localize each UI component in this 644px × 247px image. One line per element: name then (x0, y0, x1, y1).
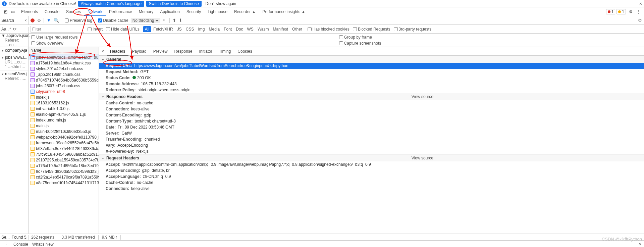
filter-input[interactable] (31, 26, 84, 33)
request-row[interactable]: d78457107465b4b85a6536b5559dbf8650 (29, 77, 99, 83)
blocked-requests-checkbox[interactable]: Blocked Requests (353, 27, 390, 32)
close-search-icon[interactable]: × (24, 18, 27, 23)
filter-type-img[interactable]: Img (196, 26, 207, 32)
request-row[interactable]: a8a75eebcc1f01fc7454442131f7131a987. (29, 180, 99, 186)
tab-network[interactable]: Network (84, 8, 106, 16)
more-icon[interactable]: ⋮ (635, 8, 642, 15)
filter-type-doc[interactable]: Doc (234, 26, 245, 32)
request-row[interactable]: 29107295.eba159459ca335734c7f.js (29, 157, 99, 163)
inspect-icon[interactable]: ◩ (2, 8, 9, 15)
search-icon[interactable]: 🔍 (54, 18, 59, 23)
view-source-link[interactable]: View source (412, 94, 433, 99)
blocked-cookies-checkbox[interactable]: Has blocked cookies (308, 27, 350, 32)
console-tab[interactable]: Console (13, 242, 28, 247)
filter-type-ws[interactable]: WS (245, 26, 256, 32)
request-row[interactable]: main-b0bf28ff10c696e33553.js (29, 129, 99, 134)
device-toggle-icon[interactable]: ▭ (9, 8, 16, 15)
download-icon[interactable]: ⬇ (179, 18, 182, 23)
request-headers-section[interactable]: Request HeadersView source (99, 154, 644, 161)
detail-tab-headers[interactable]: Headers (107, 48, 128, 56)
tab-performance-insights-[interactable]: Performance insights ▲ (259, 8, 309, 15)
request-row[interactable]: main.js (29, 123, 99, 129)
request-url-row: Request URL:https://www.lagou.com/wn/job… (99, 63, 644, 69)
match-language-button[interactable]: Always match Chrome's language (78, 1, 144, 7)
third-party-checkbox[interactable]: 3rd-party requests (394, 27, 431, 32)
tab-lighthouse[interactable]: Lighthouse (204, 8, 231, 15)
request-row[interactable]: b637e9a5.8c775446128f463386cb.js (29, 146, 99, 151)
error-badge[interactable]: 1 (606, 9, 615, 14)
hide-data-urls-checkbox[interactable]: Hide data URLs (106, 27, 140, 32)
detail-tab-preview[interactable]: Preview (150, 48, 171, 55)
tab-sources[interactable]: Sources (63, 8, 84, 15)
request-row[interactable]: 1618310653162.js (29, 100, 99, 106)
detail-tab-initiator[interactable]: Initiator (196, 48, 215, 55)
whats-new-tab[interactable]: What's New (32, 242, 54, 247)
warning-badge[interactable]: 1 (616, 9, 626, 14)
close-drawer-icon[interactable]: × (639, 242, 641, 247)
filter-type-css[interactable]: CSS (184, 26, 196, 32)
tab-recorder-[interactable]: Recorder ▲ (231, 8, 259, 15)
request-row[interactable]: a176af19.bda1b6e4.chunk.css (29, 60, 99, 66)
tab-performance[interactable]: Performance (106, 8, 136, 15)
detail-tab-timing[interactable]: Timing (216, 48, 234, 55)
tab-security[interactable]: Security (183, 8, 204, 15)
refresh-search-icon[interactable]: ⟳ (13, 27, 16, 32)
request-row[interactable]: init-variable1.0.0.js (29, 106, 99, 111)
drawer-more-icon[interactable]: ⋮ (3, 241, 9, 247)
switch-devtools-button[interactable]: Switch DevTools to Chinese (146, 1, 202, 7)
detail-tab-response[interactable]: Response (171, 48, 196, 55)
detail-tab-cookies[interactable]: Cookies (234, 48, 255, 55)
preserve-log-checkbox[interactable]: Preserve log (65, 18, 92, 23)
response-headers-section[interactable]: Response HeadersView source (99, 93, 644, 100)
request-row[interactable]: index.umd.min.js (29, 117, 99, 123)
filter-type-media[interactable]: Media (207, 26, 222, 32)
request-row[interactable]: a176af19.5a21d856b0a18be3ed19.js (29, 163, 99, 168)
request-row[interactable]: jobs.250f7ed7.chunk.css (29, 83, 99, 89)
filter-type-font[interactable]: Font (222, 26, 234, 32)
wifi-icon[interactable]: ᯤ (162, 18, 167, 23)
request-row[interactable]: index.js (29, 94, 99, 100)
show-overview-checkbox[interactable]: Show overview (31, 41, 334, 46)
general-section[interactable]: General (99, 56, 644, 63)
close-banner-icon[interactable]: × (639, 1, 642, 6)
network-settings-icon[interactable]: ⚙ (638, 18, 642, 23)
request-row[interactable]: cityjson?ie=utf-8 (29, 89, 99, 94)
group-by-frame-checkbox[interactable]: Group by frame (339, 35, 642, 40)
request-row[interactable]: 8c77a459.d830da5f62cc4598cbf3.js (29, 168, 99, 174)
request-row[interactable]: webpack-bb0448e92cefe0113790.js (29, 134, 99, 140)
capture-screenshots-checkbox[interactable]: Capture screenshots (339, 41, 642, 46)
regex-icon[interactable]: .* (8, 27, 11, 32)
clear-icon[interactable]: ⊘ (37, 18, 41, 23)
throttling-select[interactable]: No throttling (131, 18, 160, 23)
tab-elements[interactable]: Elements (18, 8, 41, 15)
filter-type-manifest[interactable]: Manifest (271, 26, 290, 32)
request-row[interactable]: framework.39cafc26552a66a47a5b.js (29, 140, 99, 146)
filter-type-other[interactable]: Other (290, 26, 304, 32)
tab-console[interactable]: Console (41, 8, 63, 15)
filter-icon[interactable]: ▼ (47, 18, 51, 23)
settings-icon[interactable]: ⚙ (627, 8, 634, 15)
large-rows-checkbox[interactable]: Use large request rows (31, 35, 334, 40)
match-case-icon[interactable]: Aa (1, 27, 6, 32)
filter-type-fetchxhr[interactable]: Fetch/XHR (151, 26, 175, 32)
filter-type-all[interactable]: All (143, 26, 151, 32)
request-row[interactable]: elastic-apm-rum%405.9.1.js (29, 111, 99, 117)
tab-application[interactable]: Application (157, 8, 183, 15)
request-row[interactable]: styles.391a42ef.chunk.css (29, 66, 99, 71)
request-row[interactable]: cd2f2a14eb54170ca9f8a7891a55999483 (29, 174, 99, 180)
filter-type-js[interactable]: JS (175, 26, 184, 32)
dont-show-button[interactable]: Don't show again (204, 1, 238, 7)
close-detail-icon[interactable]: × (100, 49, 105, 54)
tab-memory[interactable]: Memory (136, 8, 157, 15)
record-button[interactable] (31, 18, 35, 22)
name-column-header[interactable]: Name (29, 47, 99, 54)
upload-icon[interactable]: ⬆ (172, 18, 176, 23)
invert-checkbox[interactable]: Invert (88, 27, 103, 32)
request-row[interactable]: _app.2fc1969f.chunk.css (29, 71, 99, 77)
request-row[interactable]: jobs?labelWords=&fromSearch=true&su (29, 54, 99, 60)
view-source-link[interactable]: View source (412, 156, 433, 160)
request-row[interactable]: 75fc9c18.e045459663a8bac51c91.js (29, 151, 99, 157)
filter-type-wasm[interactable]: Wasm (256, 26, 271, 32)
disable-cache-checkbox[interactable]: Disable cache (98, 18, 128, 23)
detail-tab-payload[interactable]: Payload (128, 48, 150, 55)
